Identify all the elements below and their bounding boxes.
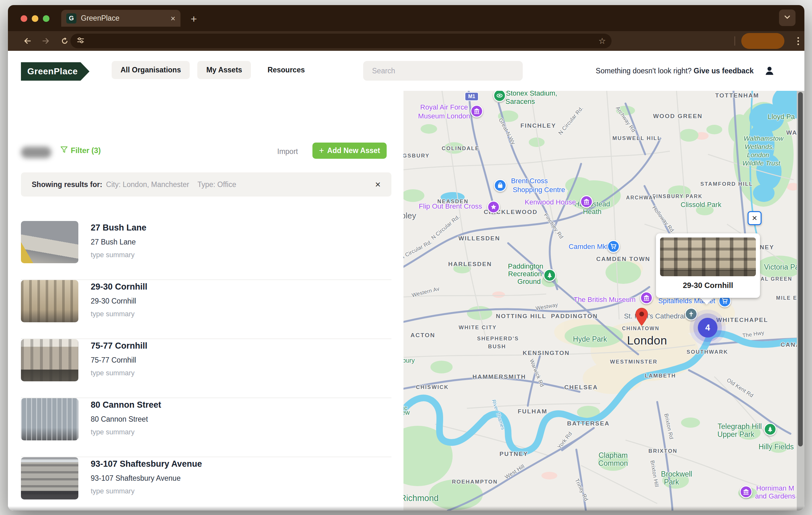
asset-row[interactable]: 29-30 Cornhill29-30 Cornhilltype summary [21, 280, 392, 339]
map-label: The British Museum [574, 296, 636, 304]
asset-title[interactable]: 29-30 Cornhill [91, 282, 147, 292]
map-label: bury [403, 357, 414, 364]
asset-list: 27 Bush Lane27 Bush Lanetype summary29-3… [21, 221, 392, 511]
nav-all-organisations[interactable]: All Organisations [112, 61, 190, 79]
scrollbar-thumb[interactable] [798, 92, 803, 446]
telegraph-hill-park-icon[interactable] [764, 423, 777, 436]
british-museum-icon[interactable] [640, 292, 653, 304]
filter-value: City: London, Manchester [106, 180, 189, 189]
add-button-label: Add New Asset [327, 146, 380, 155]
search-input[interactable] [363, 61, 523, 81]
map-label: Clapham [599, 451, 628, 460]
map-label: CANARY [781, 341, 797, 348]
profile-chip[interactable] [741, 33, 784, 49]
nav-resources[interactable]: Resources [259, 61, 314, 79]
brent-cross-shopping-icon[interactable] [494, 179, 506, 192]
filter-button[interactable]: Filter (3) [60, 145, 101, 156]
asset-thumbnail[interactable] [21, 339, 78, 381]
map-label: Camden Mkt [569, 243, 608, 251]
asset-row[interactable]: 93-107 Shaftesbury Avenue93-107 Shaftesb… [21, 457, 392, 511]
add-new-asset-button[interactable]: + Add New Asset [313, 142, 387, 159]
asset-popup[interactable]: 29-30 Cornhill [656, 233, 760, 298]
map-label: WILLESDEN [458, 235, 500, 242]
map-label: Hyde Park [573, 335, 607, 344]
kenwood-house-icon[interactable] [580, 195, 593, 208]
map-label: Ground [517, 277, 541, 286]
user-avatar-icon[interactable] [764, 65, 775, 78]
flip-out-brent-cross-icon[interactable] [487, 201, 500, 213]
reload-button[interactable] [60, 36, 70, 46]
asset-subtitle: 80 Cannon Street [91, 415, 161, 424]
tab-close-icon[interactable]: × [171, 14, 175, 23]
main-nav: All OrganisationsMy AssetsResources [112, 61, 314, 79]
vertical-scrollbar[interactable] [797, 91, 804, 511]
map-label: Stonex Stadium, [506, 91, 557, 98]
asset-title[interactable]: 93-107 Shaftesbury Avenue [91, 459, 202, 469]
map-label: NOTTING HILL [496, 313, 546, 320]
new-tab-button[interactable]: + [191, 13, 197, 25]
horniman-museum-icon[interactable] [740, 486, 752, 498]
map-label: HAMMERSMITH [473, 373, 526, 380]
map-label: BRIXTON [648, 448, 677, 454]
asset-title[interactable]: 27 Bush Lane [91, 223, 147, 233]
map-label: COLINDALE [442, 145, 480, 152]
redacted-org-pill [21, 147, 51, 158]
asset-title[interactable]: 75-77 Cornhill [91, 341, 147, 351]
greenplace-logo[interactable]: GreenPlace [21, 62, 89, 81]
asset-thumbnail[interactable] [21, 221, 78, 263]
raf-museum-icon[interactable] [470, 105, 483, 117]
map-label: WALTHAMSTOW [786, 129, 797, 136]
map-label: Heath [583, 208, 602, 216]
map-label: MUSWELL HILL [612, 135, 662, 142]
funnel-icon [60, 145, 68, 156]
asset-thumbnail[interactable] [21, 457, 78, 499]
map-label: Victoria Pa [764, 263, 797, 271]
cluster-marker[interactable]: 4 [698, 318, 718, 337]
tab-search-button[interactable] [779, 9, 795, 26]
app-header: GreenPlace All OrganisationsMy AssetsRes… [8, 51, 796, 91]
map-label: Hilly Fields [758, 442, 793, 451]
feedback-link[interactable]: Give us feedback [694, 67, 754, 75]
bookmark-star-icon[interactable]: ☆ [599, 36, 606, 46]
asset-thumbnail[interactable] [21, 280, 78, 322]
clear-filters-icon[interactable]: × [375, 180, 381, 189]
st-pauls-cathedral-icon[interactable] [685, 308, 697, 320]
asset-thumbnail[interactable] [21, 398, 78, 440]
camden-market-icon[interactable] [607, 240, 620, 253]
map-label: WOOD GREEN [653, 113, 702, 120]
browser-menu-icon[interactable] [792, 35, 804, 47]
desktop-background: G GreenPlace × + [0, 0, 812, 515]
map-label: ew [403, 409, 410, 416]
popup-building-photo [660, 238, 756, 276]
map-marker-pin[interactable] [634, 307, 649, 328]
asset-row[interactable]: 75-77 Cornhill75-77 Cornhilltype summary [21, 339, 392, 398]
map-label: PUTNEY [499, 451, 528, 458]
back-button[interactable] [22, 36, 32, 46]
browser-window: G GreenPlace × + [8, 5, 804, 511]
map-label: Park [664, 478, 679, 486]
map-label: MILE E [776, 295, 797, 301]
site-settings-icon[interactable] [76, 36, 85, 46]
import-button[interactable]: Import [277, 147, 298, 156]
filter-value: Type: Office [197, 180, 236, 189]
map-label: WHITECHAPEL [716, 317, 768, 324]
minimize-window-button[interactable] [32, 15, 38, 22]
paddington-recreation-icon[interactable] [543, 269, 556, 282]
zoom-window-button[interactable] [43, 15, 50, 22]
asset-title[interactable]: 80 Cannon Street [91, 400, 161, 410]
browser-tab[interactable]: G GreenPlace × [61, 10, 180, 27]
asset-row[interactable]: 80 Cannon Street80 Cannon Streettype sum… [21, 398, 392, 457]
nav-my-assets[interactable]: My Assets [197, 61, 251, 79]
map-label: Lloyd Pa [767, 113, 795, 121]
map-label: FINSBURY PARK [652, 194, 702, 199]
map-label: Shopping Centre [513, 186, 565, 194]
popup-close-button[interactable]: × [748, 211, 761, 225]
map-label: FINCHLEY [521, 122, 556, 129]
asset-row[interactable]: 27 Bush Lane27 Bush Lanetype summary [21, 221, 392, 280]
forward-button[interactable] [41, 36, 51, 46]
close-window-button[interactable] [21, 15, 27, 22]
map-label: SOUTHWARK [687, 349, 728, 355]
map-label: ROEHAMPTON [452, 479, 498, 485]
address-bar[interactable]: ☆ [70, 34, 612, 48]
map-canvas[interactable]: TOTTENHAMWOOD GREENFINCHLEYMUSWELL HILLC… [403, 91, 797, 511]
